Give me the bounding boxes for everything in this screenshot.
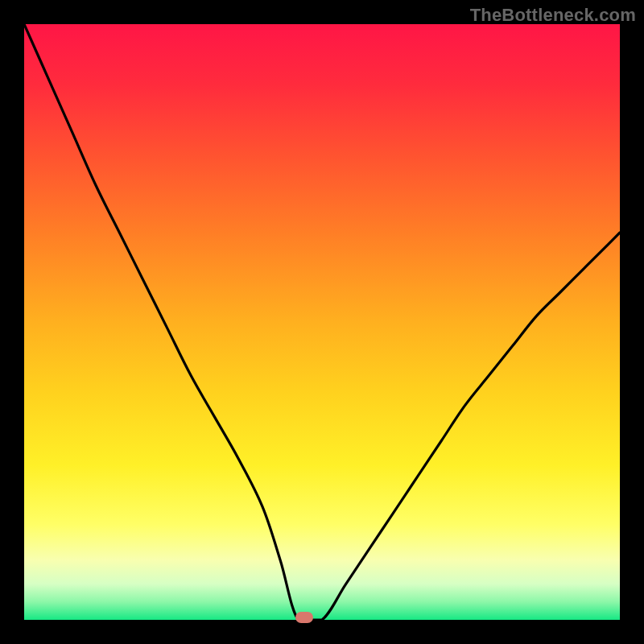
bottleneck-curve [24,24,620,620]
plot-area [24,24,620,620]
minimum-marker [295,612,313,623]
watermark-text: TheBottleneck.com [470,5,636,26]
chart-frame: TheBottleneck.com [0,0,644,644]
